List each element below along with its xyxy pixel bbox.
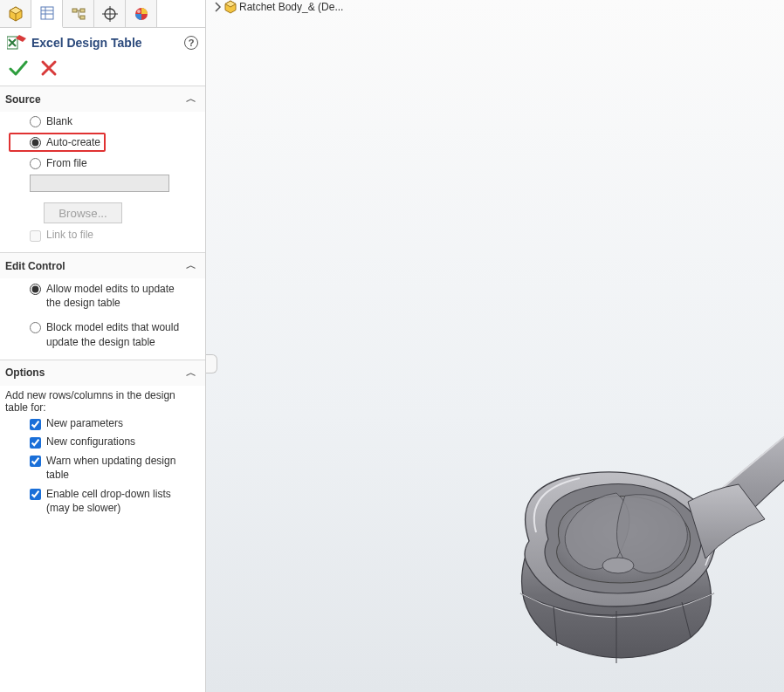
- check-new-parameters-label: New parameters: [46, 417, 123, 429]
- check-enable-dropdown-row[interactable]: Enable cell drop-down lists (may be slow…: [9, 487, 196, 515]
- property-sheet-icon: [38, 4, 56, 22]
- model-stage: [206, 0, 784, 692]
- svg-rect-0: [41, 7, 53, 19]
- tab-dimxpert[interactable]: [94, 0, 126, 27]
- radio-from-file-row[interactable]: From file: [9, 157, 196, 169]
- cancel-button[interactable]: [40, 59, 58, 77]
- check-new-parameters-row[interactable]: New parameters: [9, 417, 196, 430]
- radio-allow-edits-label: Allow model edits to update the design t…: [46, 282, 186, 310]
- radio-block-edits-label: Block model edits that would update the …: [46, 320, 186, 348]
- tab-appearance[interactable]: [126, 0, 157, 27]
- svg-point-11: [137, 10, 141, 13]
- radio-auto-create-label: Auto-create: [46, 136, 100, 148]
- radio-allow-edits-row[interactable]: Allow model edits to update the design t…: [9, 282, 196, 310]
- help-button[interactable]: ?: [184, 36, 198, 50]
- radio-blank[interactable]: [30, 116, 41, 127]
- radio-from-file[interactable]: [30, 158, 41, 169]
- radio-blank-label: Blank: [46, 115, 72, 127]
- panel-tabs: [0, 0, 205, 28]
- radio-auto-create[interactable]: [30, 137, 41, 148]
- tab-config-manager[interactable]: [63, 0, 94, 27]
- checkbox-enable-dropdown[interactable]: [30, 489, 41, 500]
- radio-block-edits[interactable]: [30, 322, 41, 333]
- property-panel: Excel Design Table ? Source ︿ Blank Auto…: [0, 0, 206, 692]
- target-icon: [101, 5, 119, 23]
- check-warn-updating-row[interactable]: Warn when updating design table: [9, 454, 196, 482]
- section-header-edit-control[interactable]: Edit Control ︿: [0, 252, 205, 278]
- tab-features[interactable]: [0, 0, 31, 27]
- checkbox-new-configurations[interactable]: [30, 437, 41, 449]
- section-body-options: New parameters New configurations Warn w…: [0, 414, 205, 526]
- ok-cancel-row: [0, 56, 205, 86]
- section-header-options[interactable]: Options ︿: [0, 360, 205, 386]
- link-to-file-row: Link to file: [9, 229, 196, 242]
- check-new-configurations-row[interactable]: New configurations: [9, 435, 196, 449]
- panel-title-row: Excel Design Table ?: [0, 28, 205, 56]
- radio-from-file-label: From file: [46, 157, 87, 169]
- panel-title: Excel Design Table: [31, 36, 179, 50]
- tab-property-manager[interactable]: [31, 0, 63, 28]
- section-title-edit-control: Edit Control: [5, 260, 65, 272]
- svg-rect-4: [72, 9, 77, 12]
- radio-auto-create-row[interactable]: Auto-create: [9, 133, 106, 152]
- check-enable-dropdown-label: Enable cell drop-down lists (may be slow…: [46, 487, 186, 515]
- accept-button[interactable]: [9, 59, 28, 77]
- svg-rect-5: [80, 9, 85, 12]
- checkbox-warn-updating[interactable]: [30, 456, 41, 467]
- cube-icon: [7, 5, 24, 23]
- radio-blank-row[interactable]: Blank: [9, 115, 196, 127]
- checkbox-new-parameters[interactable]: [30, 419, 41, 430]
- svg-point-13: [602, 558, 634, 573]
- radio-block-edits-row[interactable]: Block model edits that would update the …: [9, 320, 196, 348]
- chevron-up-icon: ︿: [186, 258, 196, 273]
- svg-rect-6: [80, 16, 85, 19]
- excel-design-table-icon: [7, 35, 26, 51]
- checkbox-link-to-file: [30, 230, 41, 242]
- section-body-edit-control: Allow model edits to update the design t…: [0, 278, 205, 360]
- section-title-source: Source: [5, 93, 41, 106]
- chevron-up-icon: ︿: [186, 366, 196, 380]
- section-body-source: Blank Auto-create From file Browse... Li…: [0, 112, 205, 252]
- link-to-file-label: Link to file: [46, 229, 93, 241]
- appearance-ball-icon: [133, 5, 150, 23]
- graphics-viewport[interactable]: Ratchet Body_& (De...: [206, 0, 784, 692]
- radio-allow-edits[interactable]: [30, 284, 41, 295]
- chevron-up-icon: ︿: [186, 92, 196, 106]
- config-tree-icon: [70, 5, 87, 23]
- check-warn-updating-label: Warn when updating design table: [46, 454, 186, 482]
- file-path-input: [30, 175, 169, 192]
- section-title-options: Options: [5, 367, 45, 379]
- options-intro: Add new rows/columns in the design table…: [0, 386, 205, 414]
- check-new-configurations-label: New configurations: [46, 435, 135, 448]
- section-header-source[interactable]: Source ︿: [0, 86, 205, 112]
- browse-button: Browse...: [44, 202, 122, 223]
